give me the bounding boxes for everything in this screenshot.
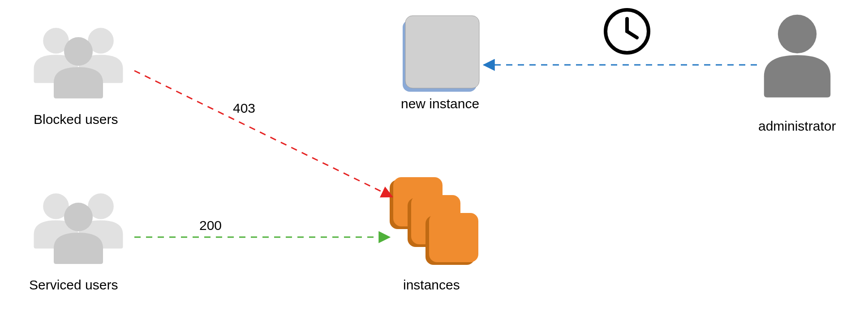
edge-200-label: 200 <box>199 218 222 233</box>
serviced-users-icon <box>34 193 123 264</box>
diagram-root: Blocked users Serviced users new instanc… <box>0 0 868 336</box>
administrator-label: administrator <box>758 119 836 134</box>
blocked-users-label: Blocked users <box>34 112 118 127</box>
blocked-users-icon <box>34 28 123 98</box>
instances-stack <box>390 177 478 265</box>
edge-403-label: 403 <box>233 101 255 116</box>
instances-label: instances <box>403 277 460 293</box>
svg-rect-4 <box>405 16 479 88</box>
edge-blocked-to-instances <box>134 71 392 197</box>
serviced-users-label: Serviced users <box>29 277 118 293</box>
administrator-icon <box>764 15 831 98</box>
new-instance-box <box>403 16 479 92</box>
clock-icon <box>606 10 649 53</box>
new-instance-label: new instance <box>401 96 479 111</box>
